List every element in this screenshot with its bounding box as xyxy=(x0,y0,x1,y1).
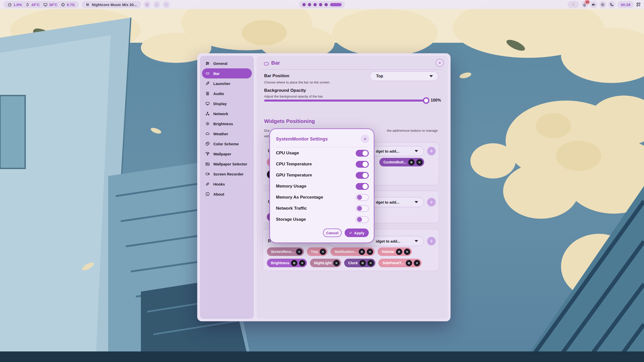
sidebar-item-weather[interactable]: Weather xyxy=(202,129,252,139)
close-icon xyxy=(321,250,325,253)
workspace-dot-2[interactable] xyxy=(308,3,311,6)
background-opacity-slider[interactable] xyxy=(264,100,426,102)
bar-position-description: Choose where to place the bar on the scr… xyxy=(264,80,330,84)
add-widget-button[interactable] xyxy=(427,237,436,245)
add-widget-button[interactable] xyxy=(427,147,436,155)
widget-chip-clock[interactable]: Clock xyxy=(344,259,375,267)
bar-position-dropdown[interactable]: Top xyxy=(370,71,438,81)
gpu-temperature-toggle[interactable] xyxy=(356,172,369,179)
chip-remove-button[interactable] xyxy=(416,159,423,165)
chip-settings-button[interactable] xyxy=(359,260,366,266)
sidebar-item-about[interactable]: About xyxy=(202,189,252,199)
clock-pill[interactable]: 00:28 xyxy=(617,1,634,8)
chip-remove-button[interactable] xyxy=(333,260,340,266)
gear-icon xyxy=(407,261,411,265)
sidebar-item-label: Hooks xyxy=(213,182,225,186)
widget-chip-screenrecorder[interactable]: ScreenReco... xyxy=(267,247,304,256)
chip-settings-button[interactable] xyxy=(359,249,365,255)
gauge-icon xyxy=(8,3,12,7)
chip-remove-button[interactable] xyxy=(368,260,374,266)
volume-button[interactable] xyxy=(590,1,597,8)
workspace-dot-1[interactable] xyxy=(302,3,306,6)
chips-row: ScreenReco... Tray Notification... Volum… xyxy=(267,247,412,256)
chip-settings-button[interactable] xyxy=(406,260,412,266)
chip-remove-button[interactable] xyxy=(367,249,373,255)
chip-remove-button[interactable] xyxy=(404,249,410,255)
sidebar-item-bar[interactable]: Bar xyxy=(202,68,252,78)
apply-button[interactable]: Apply xyxy=(345,229,369,237)
workspace-dot-4[interactable] xyxy=(319,3,322,6)
workspace-dot-5[interactable] xyxy=(325,3,328,6)
skull-icon xyxy=(145,3,149,7)
sidebar-item-wallpaper-selector[interactable]: Wallpaper Selector xyxy=(202,159,252,169)
toggle-label: GPU Temperature xyxy=(276,173,312,178)
sidebar-item-color-scheme[interactable]: Color Scheme xyxy=(202,139,252,149)
toggle-knob xyxy=(363,162,368,167)
chip-label: NightLight xyxy=(314,261,332,265)
add-widget-dropdown-text: idget to add... xyxy=(376,239,400,243)
sidebar-item-audio[interactable]: Audio xyxy=(202,88,252,99)
add-widget-button[interactable] xyxy=(427,198,436,206)
widget-chip-tray[interactable]: Tray xyxy=(307,247,328,256)
sidebar-item-screen-recorder[interactable]: Screen Recorder xyxy=(202,169,252,179)
cpu-temperature-toggle[interactable] xyxy=(356,161,369,168)
chip-settings-button[interactable] xyxy=(291,260,297,266)
paint-roller-icon xyxy=(205,152,210,156)
chip-remove-button[interactable] xyxy=(299,260,305,266)
close-icon xyxy=(298,250,301,253)
notifications-button[interactable]: 10 xyxy=(581,1,588,8)
widget-chip-volume[interactable]: Volume xyxy=(378,247,412,256)
widget-chip-brightness[interactable]: Brightness xyxy=(267,259,307,267)
sidebar-item-wallpaper[interactable]: Wallpaper xyxy=(202,149,252,159)
sidebar-item-brightness[interactable]: Brightness xyxy=(202,119,252,129)
sliders-icon xyxy=(205,61,210,66)
network-traffic-toggle[interactable] xyxy=(356,205,369,212)
night-light-button[interactable] xyxy=(608,1,615,8)
dashboard-grid-icon[interactable] xyxy=(636,2,641,7)
app-indicator-button[interactable] xyxy=(568,1,579,8)
dialog-close-button[interactable] xyxy=(361,134,369,143)
palette-icon xyxy=(205,142,210,146)
window-close-button[interactable] xyxy=(436,59,444,67)
slider-knob[interactable] xyxy=(423,97,429,104)
media-title: Nightcore Music Mix 20... xyxy=(92,3,137,7)
flame-icon xyxy=(25,3,30,7)
sidebar-item-label: Audio xyxy=(213,92,224,96)
workspace-indicator[interactable] xyxy=(299,1,345,8)
sidebar-item-network[interactable]: Network xyxy=(202,109,252,119)
widget-chip-custombutton[interactable]: CustomButt... xyxy=(379,158,424,166)
chip-label: ScreenReco... xyxy=(271,250,294,254)
heart-quick-button-1[interactable] xyxy=(153,1,160,8)
sidebar-item-label: Screen Recorder xyxy=(213,172,244,176)
sidebar-item-display[interactable]: Display xyxy=(202,99,252,109)
widget-chip-notification[interactable]: Notification... xyxy=(331,247,375,256)
chip-remove-button[interactable] xyxy=(296,249,302,255)
media-player-pill[interactable]: Nightcore Music Mix 20... xyxy=(82,1,141,8)
cpu-usage-toggle[interactable] xyxy=(356,150,369,157)
chip-remove-button[interactable] xyxy=(320,249,326,255)
chip-remove-button[interactable] xyxy=(414,260,420,266)
cancel-button[interactable]: Cancel xyxy=(323,229,342,237)
sidebar-item-label: Brightness xyxy=(213,122,233,126)
workspace-dot-3[interactable] xyxy=(313,3,317,6)
widgets-positioning-title: Widgets Positioning xyxy=(264,118,315,124)
widget-chip-sidepanel[interactable]: SidePanelT... xyxy=(378,259,422,267)
sidebar-item-general[interactable]: General xyxy=(202,58,252,68)
storage-usage-toggle[interactable] xyxy=(356,216,369,223)
system-stats-pill[interactable]: 1.8% 43°C 38°C 9.7G xyxy=(4,1,79,8)
brightness-button[interactable] xyxy=(599,1,606,8)
memory-as-percentage-toggle[interactable] xyxy=(356,194,369,201)
sidebar-item-label: Bar xyxy=(213,71,220,76)
heart-quick-button-2[interactable] xyxy=(163,1,170,8)
toggle-knob xyxy=(363,184,368,189)
chip-settings-button[interactable] xyxy=(396,249,402,255)
sidebar-item-hooks[interactable]: Hooks xyxy=(202,179,252,189)
chip-settings-button[interactable] xyxy=(408,159,415,165)
skull-quick-button[interactable] xyxy=(144,1,151,8)
toggle-row-network-traffic: Network Traffic xyxy=(276,204,369,213)
memory-usage-toggle[interactable] xyxy=(356,183,369,190)
widget-chip-nightlight[interactable]: NightLight xyxy=(310,259,341,267)
sidebar-item-launcher[interactable]: Launcher xyxy=(202,78,252,88)
video-camera-icon xyxy=(205,172,210,176)
workspace-active-pill[interactable] xyxy=(330,3,342,6)
